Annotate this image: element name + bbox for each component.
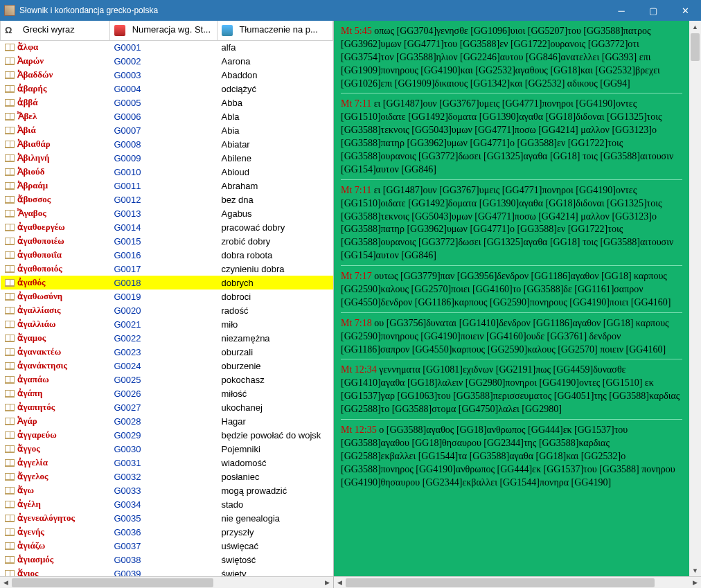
translation: pracować dobry (218, 220, 333, 234)
verse-reference: Mt 7:17 (341, 271, 374, 281)
table-row[interactable]: ἀγαθοποιόςG0017czynieniu dobra (1, 262, 333, 276)
dictionary-pane: Grecki wyraz Numeracja wg. St... Tłumacz… (0, 21, 334, 588)
number-icon (114, 25, 125, 36)
minimize-button[interactable]: ─ (605, 0, 637, 21)
column-header-translation[interactable]: Tłumaczenie na p... (218, 21, 333, 40)
strong-code: G0026 (110, 386, 218, 400)
vscroll-thumb[interactable] (691, 33, 700, 61)
table-row[interactable]: ἌγαβοςG0013Agabus (1, 206, 333, 220)
horizontal-scrollbar-right[interactable]: ◀ ▶ (334, 576, 701, 588)
table-row[interactable]: ἀγενήςG0036przyszły (1, 525, 333, 539)
scroll-right-icon[interactable]: ▶ (689, 577, 701, 589)
scroll-thumb[interactable] (12, 578, 213, 587)
column-header-greek[interactable]: Grecki wyraz (1, 21, 110, 40)
table-row[interactable]: ἀγαθόςG0018dobrych (1, 276, 333, 289)
table-row[interactable]: ἁγιάζωG0037uświęcać (1, 539, 333, 553)
strong-code: G0010 (110, 165, 218, 179)
table-row[interactable]: ἈβιούδG0010Abioud (1, 165, 333, 179)
strong-code: G0030 (110, 442, 218, 456)
table-row[interactable]: ἅγιοςG0039święty (1, 567, 333, 576)
greek-word: ἁγιασμός (17, 554, 54, 564)
table-row[interactable]: ἄγγελοςG0032posłaniec (1, 470, 333, 483)
table-row[interactable]: ἀγανάκτησιςG0024oburzenie (1, 359, 333, 373)
translation: Abraham (218, 179, 333, 193)
book-icon (5, 210, 15, 217)
greek-word: ἄλφα (17, 42, 39, 52)
greek-word: ἀγαλλίασις (17, 305, 61, 315)
table-row[interactable]: ἀγαπάωG0025pokochasz (1, 373, 333, 386)
greek-word: ἀβαρής (17, 83, 47, 93)
dictionary-table[interactable]: Grecki wyraz Numeracja wg. St... Tłumacz… (0, 21, 333, 576)
verse: Mt 7:11 ει [GG1487]ουν [GG3767]υμεις [GG… (341, 98, 682, 179)
horizontal-scrollbar[interactable]: ◀ ▶ (0, 576, 333, 588)
table-row[interactable]: ἀγαθωσύνηG0019dobroci (1, 289, 333, 303)
book-icon (5, 528, 15, 536)
book-icon (5, 85, 15, 93)
greek-word: Ἀβιά (17, 125, 36, 135)
column-header-number[interactable]: Numeracja wg. St... (110, 21, 218, 40)
strong-code: G0036 (110, 525, 218, 539)
translation: bez dna (218, 193, 333, 206)
table-row[interactable]: ἄβυσσοςG0012bez dna (1, 193, 333, 206)
book-icon (5, 141, 15, 148)
table-row[interactable]: ἀγαθοεργέωG0014pracować dobry (1, 220, 333, 234)
translation: oburzali (218, 345, 333, 359)
table-row[interactable]: ἀγανακτέωG0023oburzali (1, 345, 333, 359)
table-row[interactable]: ἈβιληνήG0009Abilene (1, 151, 333, 165)
table-row[interactable]: ἀβαρήςG0004odciążyć (1, 82, 333, 96)
book-icon (5, 168, 15, 176)
table-row[interactable]: ἈαρώνG0002Aarona (1, 54, 333, 68)
translation: pokochasz (218, 373, 333, 386)
book-icon (5, 57, 15, 65)
table-row[interactable]: ἀγαθοποιΐαG0016dobra robota (1, 248, 333, 262)
strong-code: G0002 (110, 54, 218, 68)
table-row[interactable]: ἀγαλλιάωG0021miło (1, 317, 333, 331)
translation: posłaniec (218, 470, 333, 483)
translation: uświęcać (218, 539, 333, 553)
greek-word: Ἀαρών (17, 55, 44, 66)
close-button[interactable]: ✕ (669, 0, 701, 21)
table-row[interactable]: ἀββάG0005Abba (1, 96, 333, 109)
scroll-thumb[interactable] (346, 578, 655, 587)
verse-reference: Mt 7:11 (341, 185, 374, 195)
table-row[interactable]: ἀγγελίαG0031wiadomość (1, 456, 333, 470)
table-row[interactable]: ἀγγαρεύωG0029będzie powołać do wojsk (1, 428, 333, 442)
table-row[interactable]: ἀγαθοποιέωG0015zrobić dobry (1, 234, 333, 248)
table-row[interactable]: ἀγαπητόςG0027ukochanej (1, 400, 333, 414)
maximize-button[interactable]: ▢ (637, 0, 669, 21)
table-row[interactable]: ἀγενεαλόγητοςG0035nie genealogia (1, 511, 333, 525)
scroll-left-icon[interactable]: ◀ (334, 577, 346, 589)
table-row[interactable]: ἄγωG0033mogą prowadzić (1, 483, 333, 497)
table-row[interactable]: ἄγαμοςG0022niezamężna (1, 331, 333, 345)
scroll-up-icon[interactable]: ▲ (689, 21, 701, 33)
book-icon (5, 459, 15, 467)
table-row[interactable]: ἈβραάμG0011Abraham (1, 179, 333, 193)
verse: Mt 5:45 οπως [GG3704]γενησθε [GG1096]υιο… (341, 25, 682, 93)
table-row[interactable]: ἀγέληG0034stado (1, 497, 333, 511)
table-row[interactable]: ἄγγοςG0030Pojemniki (1, 442, 333, 456)
table-row[interactable]: ἈβιάG0007Abia (1, 123, 333, 137)
table-row[interactable]: ἀγαλλίασιςG0020radość (1, 303, 333, 317)
translation: zrobić dobry (218, 234, 333, 248)
scroll-down-icon[interactable]: ▼ (689, 564, 701, 576)
strong-code: G0025 (110, 373, 218, 386)
table-row[interactable]: ἈβαδδώνG0003Abaddon (1, 68, 333, 82)
table-row[interactable]: ἉγάρG0028Hagar (1, 414, 333, 428)
translation: odciążyć (218, 82, 333, 96)
strong-code: G0017 (110, 262, 218, 276)
table-row[interactable]: ἌβελG0006Abla (1, 109, 333, 123)
strong-code: G0023 (110, 345, 218, 359)
translation: Abilene (218, 151, 333, 165)
scroll-left-icon[interactable]: ◀ (0, 577, 12, 589)
vertical-scrollbar[interactable]: ▲ ▼ (689, 21, 701, 576)
table-row[interactable]: ἈβιαθάρG0008Abiatar (1, 137, 333, 151)
table-row[interactable]: ἄλφαG0001alfa (1, 40, 333, 54)
greek-word: ἀγαθός (17, 277, 46, 287)
scroll-right-icon[interactable]: ▶ (321, 577, 333, 589)
translation: Hagar (218, 414, 333, 428)
strong-code: G0024 (110, 359, 218, 373)
table-row[interactable]: ἀγάπηG0026miłość (1, 386, 333, 400)
table-row[interactable]: ἁγιασμόςG0038świętość (1, 553, 333, 567)
strong-code: G0018 (110, 276, 218, 289)
translation: radość (218, 303, 333, 317)
